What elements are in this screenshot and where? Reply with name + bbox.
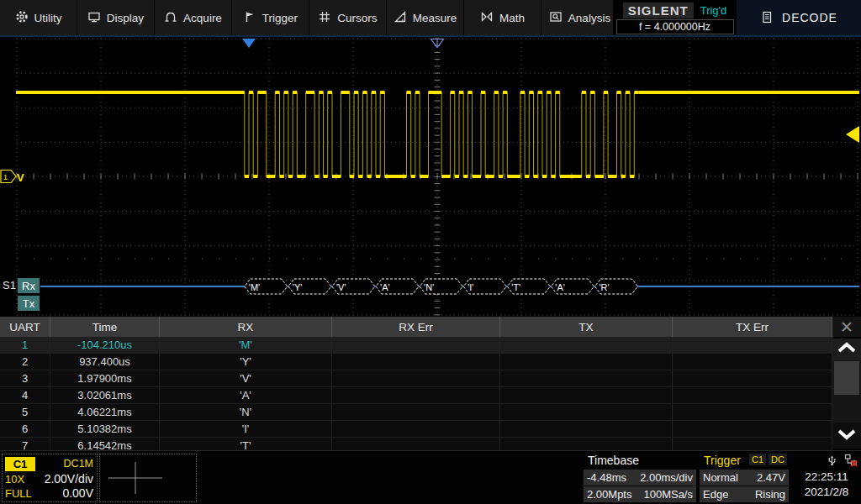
- cell-rx_err: [332, 404, 500, 420]
- decode-bubble-text: 'M': [249, 282, 260, 292]
- clock-time: 22:25:11: [792, 470, 861, 483]
- menu-item-cursors[interactable]: Cursors: [309, 0, 387, 35]
- channel1-descriptor[interactable]: C1 DC1M 10X 2.00V/div FULL 0.00V: [2, 454, 98, 502]
- cell-tx: [500, 370, 673, 386]
- cell-rx: 'M': [160, 337, 332, 353]
- cell-rx_err: [332, 370, 500, 386]
- channel1-bandwidth: FULL: [5, 487, 32, 500]
- cell-tx: [500, 421, 673, 437]
- channel1-badge: C1: [5, 457, 35, 471]
- table-scrollbar-thumb[interactable]: [834, 361, 859, 395]
- cell-tx_err: [673, 370, 832, 386]
- cell-num: 1: [0, 337, 50, 353]
- brand-status-block: SIGLENT Trig'd f = 4.000000Hz: [613, 0, 737, 35]
- decode-bubble-text: 'N': [424, 282, 434, 292]
- cell-time: -104.210us: [50, 337, 160, 353]
- table-header-time: Time: [50, 317, 160, 337]
- table-header-uart: UART: [0, 317, 50, 337]
- cell-rx: 'I': [160, 421, 332, 437]
- cell-time: 1.97900ms: [50, 370, 160, 386]
- cell-num: 5: [0, 404, 50, 420]
- menu-item-measure[interactable]: Measure: [387, 0, 464, 35]
- decode-bubble-text: 'T': [511, 282, 520, 292]
- channel1-coupling: DC1M: [64, 458, 93, 470]
- trigger-mode: Normal: [703, 471, 738, 484]
- clock-date: 2021/2/8: [792, 486, 861, 498]
- timebase-scale: 2.00ms/div: [640, 471, 693, 484]
- math-icon: [480, 10, 494, 26]
- decode-bubble-text: 'I': [467, 282, 473, 292]
- cell-rx: 'A': [160, 387, 332, 403]
- network-disconnected-icon: [844, 454, 858, 470]
- svg-text:1: 1: [3, 173, 8, 181]
- siglent-logo: SIGLENT: [623, 3, 694, 18]
- decode-rx-badge[interactable]: Rx: [18, 278, 40, 293]
- flag-icon: [243, 10, 256, 26]
- trigger-descriptor[interactable]: Trigger C1 DC Normal 2.47V Edge Rising: [700, 452, 789, 502]
- table-row[interactable]: 2937.400us'Y': [0, 354, 832, 370]
- frequency-counter-readout: f = 4.000000Hz: [616, 19, 734, 34]
- menu-item-label: Utility: [34, 12, 62, 24]
- table-header-row: UARTTimeRXRX ErrTXTX Err: [0, 317, 832, 337]
- menu-item-label: Cursors: [337, 12, 377, 24]
- menu-item-label: Display: [107, 12, 144, 24]
- timebase-descriptor[interactable]: Timebase -4.48ms 2.00ms/div 2.00Mpts 100…: [584, 452, 696, 502]
- gear-icon: [15, 10, 29, 26]
- table-row[interactable]: 31.97900ms'V': [0, 370, 832, 387]
- channel1-scale: 2.00V/div: [45, 472, 93, 486]
- uart-decode-table: UARTTimeRXRX ErrTXTX Err 1-104.210us'M'2…: [0, 317, 832, 454]
- menu-item-label: Math: [499, 12, 525, 24]
- trigger-title: Trigger: [704, 453, 741, 468]
- decode-bubble-text: 'Y': [293, 282, 303, 292]
- cell-time: 5.10382ms: [50, 421, 160, 437]
- cell-time: 937.400us: [50, 354, 160, 370]
- table-header-rx: RX: [160, 317, 332, 337]
- table-row[interactable]: 65.10382ms'I': [0, 421, 832, 438]
- cell-tx: [500, 404, 673, 420]
- menu-item-label: Acquire: [183, 12, 222, 24]
- table-row[interactable]: 1-104.210us'M': [0, 337, 832, 354]
- table-close-button[interactable]: ✕: [832, 317, 861, 337]
- cell-tx: [500, 337, 673, 353]
- decode-menu-tab[interactable]: DECODE: [737, 0, 861, 35]
- menu-item-analysis[interactable]: Analysis: [541, 0, 619, 35]
- svg-text:V: V: [17, 171, 24, 184]
- menu-item-math[interactable]: Math: [464, 0, 541, 35]
- table-row[interactable]: 54.06221ms'N': [0, 404, 832, 421]
- trigger-level: 2.47V: [757, 471, 785, 484]
- cell-num: 6: [0, 421, 50, 437]
- table-scroll-up-button[interactable]: [832, 339, 861, 360]
- trigger-slope: Rising: [755, 488, 785, 501]
- decode-tab-label: DECODE: [782, 11, 837, 24]
- cell-rx_err: [332, 337, 500, 353]
- table-scroll-down-button[interactable]: [832, 423, 861, 449]
- table-header-tx-err: TX Err: [673, 317, 832, 337]
- cell-tx_err: [673, 354, 832, 370]
- cell-num: 4: [0, 387, 50, 403]
- timebase-memory: 2.00Mpts: [587, 488, 631, 501]
- empty-channel-slot[interactable]: [99, 454, 197, 502]
- cell-rx: 'N': [160, 404, 332, 420]
- cell-tx_err: [673, 337, 832, 353]
- cell-num: 2: [0, 354, 50, 370]
- chevron-down-icon: [836, 428, 858, 444]
- waveform-display[interactable]: 1V'M''Y''V''A''N''I''T''A''R': [0, 37, 861, 316]
- chevron-up-icon: [836, 341, 858, 358]
- trigger-status-badge: Trig'd: [700, 4, 727, 17]
- trigger-type: Edge: [703, 488, 728, 501]
- cell-tx_err: [673, 387, 832, 403]
- table-row[interactable]: 43.02061ms'A': [0, 387, 832, 404]
- menu-item-label: Trigger: [262, 12, 298, 24]
- crosshair-icon: [100, 454, 194, 500]
- cell-rx_err: [332, 387, 500, 403]
- decode-bubble-text: 'A': [555, 282, 565, 292]
- decode-tx-badge[interactable]: Tx: [18, 296, 40, 311]
- menu-item-display[interactable]: Display: [77, 0, 155, 35]
- channel1-offset: 0.00V: [62, 486, 93, 500]
- display-icon: [87, 10, 101, 26]
- decode-bubble-text: 'V': [336, 282, 346, 292]
- cell-num: 3: [0, 370, 50, 386]
- menu-item-acquire[interactable]: Acquire: [155, 0, 232, 35]
- menu-item-trigger[interactable]: Trigger: [232, 0, 309, 35]
- menu-item-utility[interactable]: Utility: [0, 0, 77, 35]
